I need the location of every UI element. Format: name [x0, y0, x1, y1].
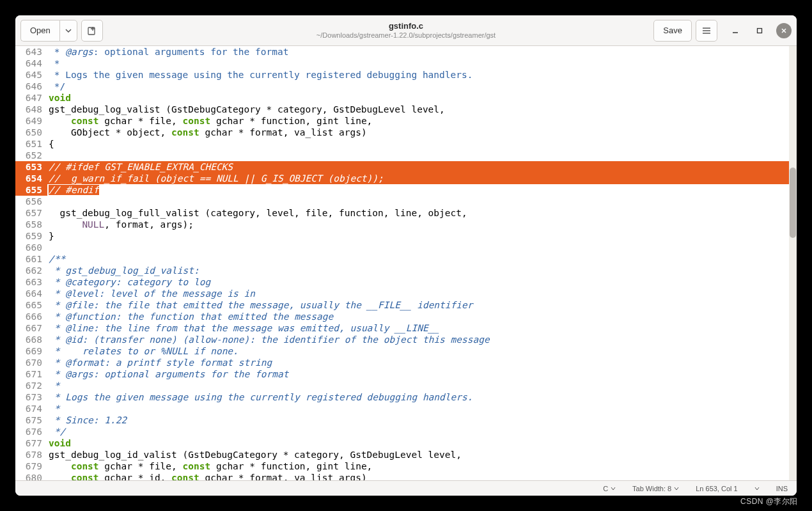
code-content[interactable]: * @function: the function that emitted t… — [47, 311, 797, 322]
code-content[interactable]: * @args: optional arguments for the form… — [47, 46, 797, 58]
code-line[interactable]: 645 * Logs the given message using the c… — [15, 69, 797, 81]
code-line[interactable]: 675 * Since: 1.22 — [15, 414, 797, 426]
code-line[interactable]: 658 NULL, format, args); — [15, 219, 797, 230]
code-content[interactable]: void — [47, 92, 797, 104]
code-content[interactable]: * — [47, 403, 797, 414]
code-content[interactable]: gst_debug_log_id_valist (GstDebugCategor… — [47, 449, 797, 460]
code-line[interactable]: 647void — [15, 92, 797, 104]
line-number: 643 — [15, 46, 47, 58]
code-content[interactable]: * @line: the line from that the message … — [47, 322, 797, 334]
hamburger-menu-button[interactable] — [696, 20, 717, 42]
code-line[interactable]: 651{ — [15, 138, 797, 150]
code-line[interactable]: 667 * @line: the line from that the mess… — [15, 322, 797, 334]
code-content[interactable]: * @file: the file that emitted the messa… — [47, 299, 797, 311]
code-line[interactable]: 665 * @file: the file that emitted the m… — [15, 299, 797, 311]
code-line[interactable]: 662 * gst_debug_log_id_valist: — [15, 265, 797, 276]
line-number: 668 — [15, 334, 47, 345]
code-content[interactable]: * Since: 1.22 — [47, 414, 797, 426]
code-content[interactable]: // #endif — [47, 184, 797, 196]
code-line[interactable]: 656 — [15, 196, 797, 207]
code-line[interactable]: 663 * @category: category to log — [15, 276, 797, 288]
code-line[interactable]: 680 const gchar * id, const gchar * form… — [15, 472, 797, 480]
minimize-button[interactable] — [728, 23, 743, 38]
code-line[interactable]: 648gst_debug_log_valist (GstDebugCategor… — [15, 104, 797, 115]
code-editor[interactable]: 643 * @args: optional arguments for the … — [15, 46, 797, 480]
code-line[interactable]: 672 * — [15, 380, 797, 391]
minimize-icon — [732, 28, 738, 34]
scrollbar-track[interactable] — [789, 46, 797, 480]
code-content[interactable]: * Logs the given message using the curre… — [47, 391, 797, 403]
status-language[interactable]: C — [603, 485, 616, 492]
code-content[interactable]: const gchar * file, const gchar * functi… — [47, 460, 797, 472]
code-content[interactable]: * — [47, 58, 797, 69]
code-content[interactable]: gst_debug_log_full_valist (category, lev… — [47, 207, 797, 219]
code-line[interactable]: 676 */ — [15, 426, 797, 437]
code-content[interactable]: { — [47, 138, 797, 150]
code-content[interactable]: * @args: optional arguments for the form… — [47, 368, 797, 380]
code-line[interactable]: 657 gst_debug_log_full_valist (category,… — [15, 207, 797, 219]
code-line[interactable]: 666 * @function: the function that emitt… — [15, 311, 797, 322]
code-line[interactable]: 655// #endif — [15, 184, 797, 196]
code-line[interactable]: 650 GObject * object, const gchar * form… — [15, 127, 797, 138]
line-number: 655 — [15, 184, 47, 196]
code-line[interactable]: 644 * — [15, 58, 797, 69]
code-content[interactable]: /** — [47, 253, 797, 265]
status-cursor[interactable]: Ln 653, Col 1 — [696, 485, 737, 492]
status-cursor-dropdown[interactable] — [754, 486, 760, 491]
code-line[interactable]: 673 * Logs the given message using the c… — [15, 391, 797, 403]
code-content[interactable]: const gchar * file, const gchar * functi… — [47, 115, 797, 127]
open-button[interactable]: Open — [20, 20, 59, 42]
code-line[interactable]: 664 * @level: level of the message is in — [15, 288, 797, 299]
code-content[interactable]: * @format: a printf style format string — [47, 357, 797, 368]
maximize-button[interactable] — [752, 23, 767, 38]
code-content[interactable]: * relates to or %NULL if none. — [47, 345, 797, 357]
code-line[interactable]: 670 * @format: a printf style format str… — [15, 357, 797, 368]
code-content[interactable]: // g_warn_if_fail (object == NULL || G_I… — [47, 173, 797, 184]
code-line[interactable]: 678gst_debug_log_id_valist (GstDebugCate… — [15, 449, 797, 460]
chevron-down-icon — [754, 486, 760, 491]
titlebar-right: Save — [653, 20, 792, 42]
save-button[interactable]: Save — [653, 20, 692, 42]
code-line[interactable]: 679 const gchar * file, const gchar * fu… — [15, 460, 797, 472]
open-recent-dropdown[interactable] — [59, 20, 77, 42]
code-line[interactable]: 653// #ifdef GST_ENABLE_EXTRA_CHECKS — [15, 161, 797, 173]
code-content[interactable]: * Logs the given message using the curre… — [47, 69, 797, 81]
code-line[interactable]: 674 * — [15, 403, 797, 414]
code-content[interactable]: */ — [47, 81, 797, 92]
code-content[interactable]: } — [47, 230, 797, 242]
new-tab-button[interactable] — [81, 20, 103, 42]
code-content[interactable] — [47, 196, 797, 207]
status-tabwidth[interactable]: Tab Width: 8 — [632, 485, 679, 492]
code-line[interactable]: 677void — [15, 437, 797, 449]
code-content[interactable]: void — [47, 437, 797, 449]
code-content[interactable]: * @id: (transfer none) (allow-none): the… — [47, 334, 797, 345]
code-content[interactable]: * @level: level of the message is in — [47, 288, 797, 299]
code-line[interactable]: 668 * @id: (transfer none) (allow-none):… — [15, 334, 797, 345]
close-button[interactable] — [776, 23, 792, 38]
code-line[interactable]: 646 */ — [15, 81, 797, 92]
status-ins[interactable]: INS — [776, 485, 788, 492]
code-line[interactable]: 671 * @args: optional arguments for the … — [15, 368, 797, 380]
code-line[interactable]: 661/** — [15, 253, 797, 265]
code-content[interactable]: // #ifdef GST_ENABLE_EXTRA_CHECKS — [47, 161, 797, 173]
code-content[interactable]: * gst_debug_log_id_valist: — [47, 265, 797, 276]
code-line[interactable]: 660 — [15, 242, 797, 253]
code-content[interactable] — [47, 242, 797, 253]
code-line[interactable]: 669 * relates to or %NULL if none. — [15, 345, 797, 357]
code-line[interactable]: 654// g_warn_if_fail (object == NULL || … — [15, 173, 797, 184]
line-number: 646 — [15, 81, 47, 92]
code-line[interactable]: 643 * @args: optional arguments for the … — [15, 46, 797, 58]
code-line[interactable]: 652 — [15, 150, 797, 161]
code-content[interactable]: NULL, format, args); — [47, 219, 797, 230]
line-number: 644 — [15, 58, 47, 69]
code-content[interactable]: gst_debug_log_valist (GstDebugCategory *… — [47, 104, 797, 115]
code-content[interactable]: GObject * object, const gchar * format, … — [47, 127, 797, 138]
code-line[interactable]: 649 const gchar * file, const gchar * fu… — [15, 115, 797, 127]
code-content[interactable]: const gchar * id, const gchar * format, … — [47, 472, 797, 480]
code-line[interactable]: 659} — [15, 230, 797, 242]
code-content[interactable]: * — [47, 380, 797, 391]
code-content[interactable]: * @category: category to log — [47, 276, 797, 288]
code-content[interactable]: */ — [47, 426, 797, 437]
code-content[interactable] — [47, 150, 797, 161]
scrollbar-thumb[interactable] — [790, 168, 796, 238]
